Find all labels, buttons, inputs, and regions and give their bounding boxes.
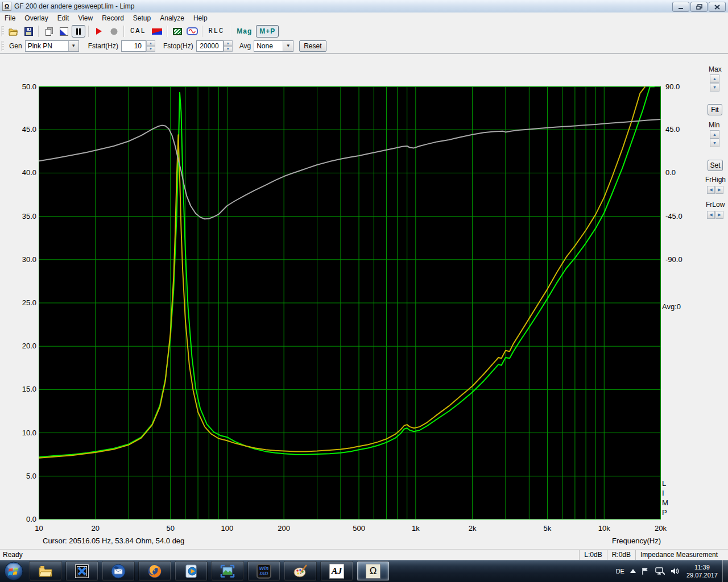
- min-down-button[interactable]: ▼: [710, 139, 719, 147]
- close-button[interactable]: [709, 2, 726, 12]
- frhigh-right-button[interactable]: ▶: [715, 186, 723, 194]
- image-viewer-icon: [220, 564, 235, 579]
- menu-analyze[interactable]: Analyze: [155, 13, 189, 23]
- taskbar-paint-button[interactable]: [284, 561, 317, 581]
- fstart-spinner[interactable]: ▲ ▼: [146, 40, 155, 52]
- fit-button[interactable]: Fit: [708, 104, 722, 115]
- taskbar-winisd-button[interactable]: Win ISD: [247, 561, 280, 581]
- menu-overlay[interactable]: Overlay: [20, 13, 52, 23]
- toolbar-grip[interactable]: [1, 26, 4, 36]
- soundcard-setup-button[interactable]: [171, 25, 184, 38]
- menu-record[interactable]: Record: [97, 13, 129, 23]
- taskbar-thunderbird-button[interactable]: [102, 561, 135, 581]
- fstop-input[interactable]: 20000: [196, 40, 224, 52]
- copy-button[interactable]: [42, 25, 56, 38]
- taskbar-aj-button[interactable]: AJ: [320, 561, 353, 581]
- pause-button[interactable]: [72, 25, 85, 38]
- y-left-tick-label: 20.0: [13, 342, 36, 350]
- frlow-left-button[interactable]: ◀: [707, 211, 715, 219]
- magnitude-phase-view-button[interactable]: M+P: [256, 25, 279, 38]
- close-icon: [714, 5, 720, 10]
- menu-edit[interactable]: Edit: [53, 13, 74, 23]
- taskbar-x-app-button[interactable]: [65, 561, 98, 581]
- taskbar-limp-button[interactable]: Ω: [357, 561, 390, 581]
- calibrator-device-button[interactable]: [150, 25, 164, 38]
- toolbar-grip[interactable]: [1, 41, 4, 51]
- limp-omega-icon: Ω: [366, 564, 380, 579]
- toolbar-separator: [123, 26, 125, 37]
- show-desktop-button[interactable]: [722, 560, 728, 582]
- action-center-button[interactable]: [642, 567, 650, 575]
- minimize-button[interactable]: [672, 2, 689, 12]
- generator-value: Pink PN: [26, 42, 68, 50]
- explorer-folder-icon: [38, 565, 53, 577]
- rlc-mode-button[interactable]: RLC: [206, 25, 228, 38]
- chevron-down-icon[interactable]: ▼: [68, 41, 78, 51]
- open-file-button[interactable]: [7, 25, 20, 38]
- x-tick-label: 20k: [648, 524, 673, 533]
- calibrate-button[interactable]: CAL: [127, 25, 149, 38]
- pen-color-button[interactable]: [57, 25, 71, 38]
- volume-button[interactable]: [671, 567, 679, 575]
- chart-client-area: Magnitude(ohms) Impedance Phase (°) 1020…: [0, 53, 728, 549]
- restore-button[interactable]: [690, 2, 708, 12]
- taskbar-firefox-button[interactable]: [138, 561, 171, 581]
- status-bar: Ready L:0dB R:0dB Impedance Measurement: [0, 549, 728, 560]
- avg-value: None: [254, 42, 283, 50]
- y-right-tick-label: -90.0: [665, 255, 692, 264]
- max-label: Max: [709, 65, 722, 73]
- restore-icon: [696, 4, 702, 10]
- fstart-value: 10: [134, 42, 142, 50]
- chevron-down-icon[interactable]: ▼: [283, 41, 293, 51]
- menu-setup[interactable]: Setup: [129, 13, 155, 23]
- windows-start-orb-icon: [4, 562, 23, 581]
- fstop-value: 20000: [200, 42, 218, 50]
- generator-scope-button[interactable]: [185, 25, 199, 38]
- toolbar-separator: [88, 26, 89, 37]
- spin-down-icon[interactable]: ▼: [224, 46, 233, 52]
- checkered-icon: [173, 28, 182, 35]
- menu-help[interactable]: Help: [189, 13, 212, 23]
- max-up-button[interactable]: ▲: [710, 74, 719, 83]
- spin-down-icon[interactable]: ▼: [146, 46, 155, 52]
- clock-time: 11:39: [686, 563, 718, 571]
- frhigh-label: FrHigh: [705, 176, 726, 184]
- title-bar[interactable]: Ω GF 200 der andere gesweept.lim - Limp: [0, 0, 728, 13]
- spin-up-icon[interactable]: ▲: [224, 40, 233, 46]
- open-folder-icon: [9, 27, 19, 36]
- frlow-label: FrLow: [706, 201, 725, 209]
- max-down-button[interactable]: ▼: [710, 83, 719, 92]
- fstart-input[interactable]: 10: [121, 40, 146, 52]
- save-button[interactable]: [22, 25, 35, 38]
- flag-icon: [642, 567, 650, 575]
- x-tick-label: 200: [271, 524, 296, 533]
- menu-file[interactable]: File: [0, 13, 20, 23]
- fstop-spinner[interactable]: ▲ ▼: [224, 40, 233, 52]
- record-button[interactable]: [107, 25, 121, 38]
- limp-letter: L: [662, 479, 668, 488]
- hidden-icons-button[interactable]: [630, 569, 636, 573]
- min-up-button[interactable]: ▲: [710, 130, 719, 139]
- frhigh-left-button[interactable]: ◀: [707, 186, 715, 194]
- avg-select[interactable]: None ▼: [254, 40, 293, 52]
- set-button[interactable]: Set: [708, 160, 723, 171]
- taskbar-imageviewer-button[interactable]: [211, 561, 244, 581]
- network-button[interactable]: [655, 567, 665, 575]
- spin-up-icon[interactable]: ▲: [146, 40, 155, 46]
- taskbar-mediaplayer-button[interactable]: [175, 561, 208, 581]
- generator-select[interactable]: Pink PN ▼: [25, 40, 79, 52]
- start-button[interactable]: [0, 560, 27, 582]
- limp-watermark: L I M P: [662, 479, 668, 517]
- calibrator-icon: [152, 28, 162, 35]
- taskbar-clock[interactable]: 11:39 29.07.2017: [686, 563, 718, 579]
- taskbar-explorer-button[interactable]: [29, 561, 62, 581]
- impedance-plot[interactable]: [39, 86, 661, 519]
- menu-view[interactable]: View: [73, 13, 97, 23]
- magnitude-view-button[interactable]: Mag: [234, 25, 255, 38]
- reset-button[interactable]: Reset: [299, 40, 326, 52]
- language-indicator[interactable]: DE: [616, 568, 624, 575]
- frlow-right-button[interactable]: ▶: [715, 211, 723, 219]
- y-right-tick-label: 90.0: [665, 82, 692, 91]
- reset-label: Reset: [304, 42, 321, 50]
- play-button[interactable]: [92, 25, 106, 38]
